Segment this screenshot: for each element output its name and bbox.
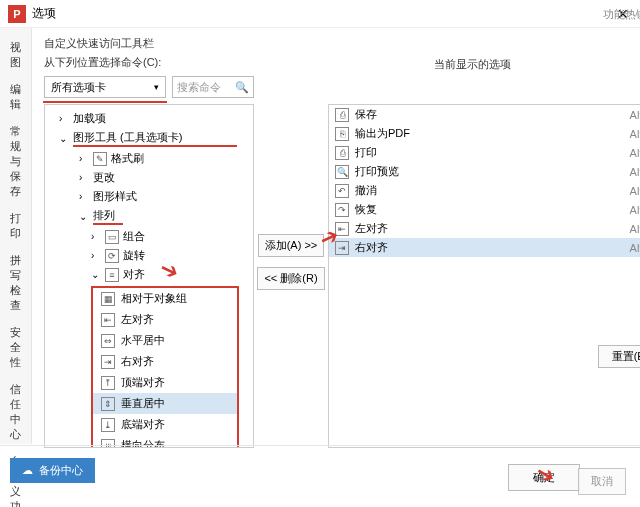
list-item[interactable]: ↷恢复Alt+6 [329, 200, 640, 219]
annotation-underline [43, 101, 167, 103]
pdf-icon: ⎘ [335, 127, 349, 141]
align-vcenter-icon: ⇕ [101, 397, 115, 411]
expand-icon[interactable]: › [79, 172, 89, 183]
align-submenu: ▦相对于对象组 ⇤左对齐 ⇔水平居中 ⇥右对齐 ⤒顶端对齐 ⇕垂直居中 ⤓底端对… [91, 286, 239, 448]
list-item[interactable]: ⎙打印Alt+3 [329, 143, 640, 162]
expand-icon[interactable]: › [91, 231, 101, 242]
expand-icon[interactable]: › [91, 250, 101, 261]
list-item[interactable]: ⎘输出为PDFAlt+2 [329, 124, 640, 143]
tree-node-align[interactable]: ⌄≡对齐 [45, 265, 253, 284]
tree-node[interactable]: ›图形样式 [45, 187, 253, 206]
hotkey-label: 功能热键 i [603, 7, 640, 22]
rotate-icon: ⟳ [105, 249, 119, 263]
list-item[interactable]: ⇤左对齐Alt+7 [329, 219, 640, 238]
align-left-icon: ⇤ [101, 313, 115, 327]
list-item[interactable]: ⇥右对齐Alt+8 [329, 238, 640, 257]
format-painter-icon: ✎ [93, 152, 107, 166]
align-hcenter-icon: ⇔ [101, 334, 115, 348]
search-placeholder: 搜索命令 [177, 80, 221, 95]
commands-tree[interactable]: ›加载项 ⌄图形工具 (工具选项卡) ›✎格式刷 ›更改 ›图形样式 ⌄排列 ›… [44, 104, 254, 448]
tree-node[interactable]: ›加载项 [45, 109, 253, 128]
undo-icon: ↶ [335, 184, 349, 198]
align-relative[interactable]: ▦相对于对象组 [93, 288, 237, 309]
category-dropdown[interactable]: 所有选项卡 ▾ [44, 76, 166, 98]
app-logo: P [8, 5, 26, 23]
tree-node[interactable]: ›更改 [45, 168, 253, 187]
window-title: 选项 [32, 5, 614, 22]
align-icon: ≡ [105, 268, 119, 282]
sidebar-item-view[interactable]: 视图 [0, 34, 31, 76]
tree-node[interactable]: ›✎格式刷 [45, 149, 253, 168]
align-bottom[interactable]: ⤓底端对齐 [93, 414, 237, 435]
sidebar: 视图 编辑 常规与保存 打印 拼写检查 安全性 信任中心 自定义功能区 快速访问… [0, 28, 32, 444]
print-icon: ⎙ [335, 146, 349, 160]
current-options-label: 当前显示的选项 [434, 57, 511, 72]
sidebar-item-trust[interactable]: 信任中心 [0, 376, 31, 448]
cloud-icon: ☁ [22, 464, 33, 477]
sidebar-item-security[interactable]: 安全性 [0, 319, 31, 376]
choose-from-label: 从下列位置选择命令(C): [44, 55, 254, 70]
section-heading: 自定义快速访问工具栏 [44, 36, 640, 51]
add-button[interactable]: 添加(A) >> [258, 234, 325, 257]
group-icon: ▭ [105, 230, 119, 244]
search-icon: 🔍 [235, 81, 249, 94]
dropdown-value: 所有选项卡 [51, 80, 106, 95]
sidebar-item-edit[interactable]: 编辑 [0, 76, 31, 118]
tree-node[interactable]: ›⟳旋转 [45, 246, 253, 265]
backup-center-button[interactable]: ☁ 备份中心 [10, 458, 95, 483]
ok-button[interactable]: 确定 [508, 464, 580, 491]
align-right[interactable]: ⇥右对齐 [93, 351, 237, 372]
sidebar-item-spellcheck[interactable]: 拼写检查 [0, 247, 31, 319]
align-right-icon: ⇥ [101, 355, 115, 369]
expand-icon[interactable]: › [59, 113, 69, 124]
remove-button[interactable]: << 删除(R) [257, 267, 324, 290]
relative-icon: ▦ [101, 292, 115, 306]
align-right-icon: ⇥ [335, 241, 349, 255]
align-bottom-icon: ⤓ [101, 418, 115, 432]
chevron-down-icon: ▾ [154, 82, 159, 92]
tree-node[interactable]: ›▭组合 [45, 227, 253, 246]
cancel-button[interactable]: 取消 [578, 468, 626, 495]
align-left-icon: ⇤ [335, 222, 349, 236]
save-icon: ⎙ [335, 108, 349, 122]
align-hcenter[interactable]: ⇔水平居中 [93, 330, 237, 351]
align-top-icon: ⤒ [101, 376, 115, 390]
redo-icon: ↷ [335, 203, 349, 217]
list-item[interactable]: ⎙保存Alt+1 [329, 105, 640, 124]
expand-icon[interactable]: › [79, 191, 89, 202]
list-item[interactable]: 🔍打印预览Alt+4 [329, 162, 640, 181]
reset-button[interactable]: 重置(E) [598, 345, 640, 368]
collapse-icon[interactable]: ⌄ [91, 269, 101, 280]
search-input[interactable]: 搜索命令 🔍 [172, 76, 254, 98]
expand-icon[interactable]: › [79, 153, 89, 164]
align-vcenter[interactable]: ⇕垂直居中 [93, 393, 237, 414]
print-preview-icon: 🔍 [335, 165, 349, 179]
list-item[interactable]: ↶撤消Alt+5 [329, 181, 640, 200]
current-commands-list[interactable]: ⎙保存Alt+1 ⎘输出为PDFAlt+2 ⎙打印Alt+3 🔍打印预览Alt+… [328, 104, 640, 448]
collapse-icon[interactable]: ⌄ [79, 211, 89, 222]
align-left[interactable]: ⇤左对齐 [93, 309, 237, 330]
align-top[interactable]: ⤒顶端对齐 [93, 372, 237, 393]
collapse-icon[interactable]: ⌄ [59, 133, 69, 144]
sidebar-item-print[interactable]: 打印 [0, 205, 31, 247]
tree-node-graphic-tools[interactable]: ⌄图形工具 (工具选项卡) [45, 128, 253, 149]
tree-node-arrange[interactable]: ⌄排列 [45, 206, 253, 227]
sidebar-item-general-save[interactable]: 常规与保存 [0, 118, 31, 205]
